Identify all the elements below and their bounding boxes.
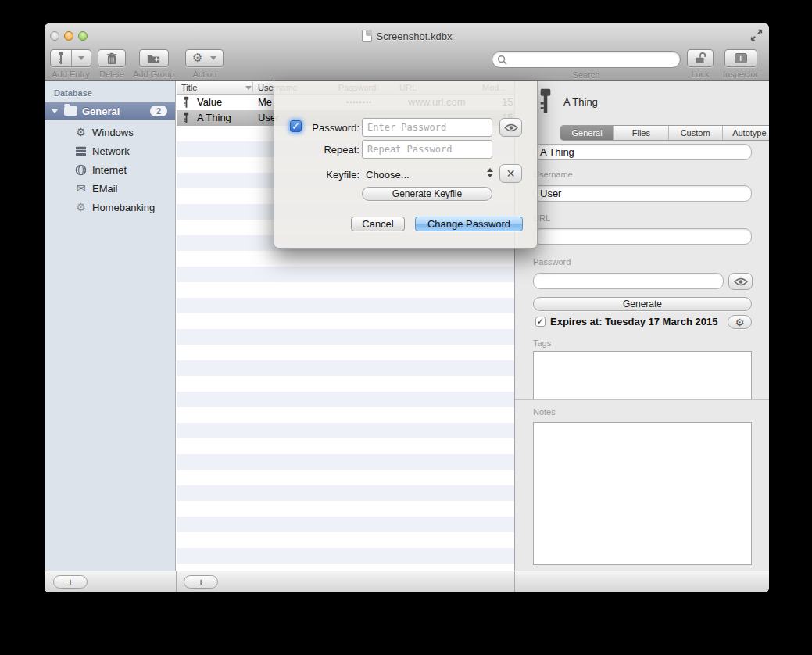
password-field[interactable] bbox=[533, 273, 724, 289]
add-entry-button[interactable] bbox=[50, 49, 91, 67]
window-title: Screenshot.kdbx bbox=[377, 30, 453, 42]
dialog-keyfile-label: Keyfile: bbox=[304, 169, 359, 181]
add-group-label: Add Group bbox=[133, 70, 174, 79]
dialog-repeat-label: Repeat: bbox=[304, 144, 359, 156]
username-field[interactable]: User bbox=[533, 185, 752, 202]
titlebar[interactable]: Screenshot.kdbx bbox=[45, 23, 769, 48]
network-icon bbox=[74, 146, 88, 156]
inspector-panel: A Thing General Files Custom Autotype A … bbox=[515, 81, 769, 571]
reveal-password-button[interactable] bbox=[728, 273, 753, 290]
app-window: Screenshot.kdbx Add Entry Delete bbox=[45, 23, 769, 592]
inspector-button[interactable]: i bbox=[724, 49, 757, 67]
username-label: Username bbox=[533, 170, 573, 179]
inspector-label: Inspector bbox=[723, 70, 758, 79]
sidebar-item-network[interactable]: Network bbox=[45, 141, 175, 160]
notes-input[interactable] bbox=[533, 422, 752, 565]
key-icon bbox=[51, 50, 71, 66]
document-icon bbox=[362, 30, 372, 42]
action-dropdown[interactable] bbox=[209, 50, 223, 66]
sidebar: Database General 2 ⚙ Windows Network bbox=[45, 81, 176, 571]
sort-descending-icon bbox=[245, 86, 252, 90]
dialog-password-label: Password: bbox=[304, 122, 359, 134]
delete-button[interactable] bbox=[98, 49, 126, 67]
search-icon bbox=[497, 55, 507, 65]
folder-plus-icon bbox=[147, 53, 160, 64]
add-group-button[interactable] bbox=[139, 49, 169, 67]
sidebar-group-general[interactable]: General 2 bbox=[45, 102, 175, 120]
reveal-password-button[interactable] bbox=[499, 118, 522, 137]
search-label: Search bbox=[573, 70, 600, 80]
search-input[interactable] bbox=[507, 54, 675, 65]
cell-title: Value bbox=[197, 95, 222, 110]
sidebar-item-homebanking[interactable]: ⚙ Homebanking bbox=[45, 198, 175, 217]
key-icon bbox=[183, 96, 190, 109]
mail-icon: ✉ bbox=[74, 182, 88, 195]
inspector-tabs: General Files Custom Autotype bbox=[560, 125, 769, 141]
key-icon bbox=[183, 112, 190, 124]
expires-checkbox[interactable]: ✓ bbox=[535, 317, 546, 327]
add-group-plus-button[interactable]: + bbox=[53, 575, 88, 589]
eye-icon bbox=[734, 277, 748, 286]
expires-label: Expires at: Tuesday 17 March 2015 bbox=[550, 316, 717, 328]
action-label: Action bbox=[192, 70, 216, 79]
cancel-button[interactable]: Cancel bbox=[351, 217, 405, 231]
add-entry-label: Add Entry bbox=[52, 70, 89, 79]
disclosure-triangle-icon[interactable] bbox=[51, 109, 59, 113]
info-icon: i bbox=[735, 53, 747, 63]
tags-label: Tags bbox=[533, 338, 551, 348]
sidebar-section-header: Database bbox=[54, 88, 92, 98]
tab-autotype[interactable]: Autotype bbox=[723, 126, 769, 140]
tab-general[interactable]: General bbox=[560, 126, 614, 140]
folder-icon bbox=[64, 106, 77, 116]
url-field[interactable] bbox=[533, 228, 752, 245]
lock-button[interactable] bbox=[687, 49, 714, 67]
search-field[interactable] bbox=[492, 51, 681, 68]
tab-custom[interactable]: Custom bbox=[669, 126, 723, 140]
change-password-button[interactable]: Change Password bbox=[415, 217, 523, 231]
sidebar-item-email[interactable]: ✉ EMail bbox=[45, 179, 175, 198]
cell-title: A Thing bbox=[197, 110, 231, 126]
dialog-repeat-input[interactable] bbox=[362, 140, 492, 159]
password-label: Password bbox=[533, 257, 571, 267]
tags-input[interactable] bbox=[533, 351, 752, 399]
bottom-bar: + + bbox=[45, 571, 769, 592]
sidebar-group-label: General bbox=[82, 106, 150, 117]
key-icon bbox=[538, 87, 553, 115]
gear-icon: ⚙ bbox=[186, 50, 209, 66]
gear-icon: ⚙ bbox=[74, 201, 88, 213]
trash-icon bbox=[106, 52, 117, 65]
generate-keyfile-button[interactable]: Generate Keyfile bbox=[362, 187, 492, 201]
clear-keyfile-button[interactable]: ✕ bbox=[499, 164, 522, 183]
keyfile-popup[interactable]: Choose... bbox=[366, 169, 410, 181]
change-password-dialog: ✓ Password: Repeat: Keyfile: Choose... ✕… bbox=[274, 81, 538, 249]
generate-password-button[interactable]: Generate bbox=[533, 297, 752, 311]
title-field[interactable]: A Thing bbox=[533, 144, 752, 160]
inspector-entry-title: A Thing bbox=[563, 96, 598, 108]
dialog-password-input[interactable] bbox=[362, 118, 492, 137]
popup-stepper-icon[interactable] bbox=[487, 168, 493, 177]
tab-files[interactable]: Files bbox=[614, 126, 668, 140]
action-button[interactable]: ⚙ bbox=[185, 49, 224, 67]
sidebar-item-windows[interactable]: ⚙ Windows bbox=[45, 123, 175, 141]
entry-count-badge: 2 bbox=[150, 106, 167, 116]
notes-label: Notes bbox=[533, 407, 556, 417]
cell-username: Me bbox=[258, 95, 272, 110]
toolbar: Add Entry Delete Add Group ⚙ Action bbox=[45, 48, 769, 81]
lock-label: Lock bbox=[691, 70, 709, 79]
add-entry-dropdown[interactable] bbox=[72, 50, 91, 66]
expires-options-button[interactable]: ⚙ bbox=[728, 315, 752, 329]
column-header-title[interactable]: Title bbox=[181, 81, 197, 95]
globe-icon bbox=[74, 164, 88, 176]
gear-icon: ⚙ bbox=[735, 317, 745, 328]
lock-open-icon bbox=[694, 52, 706, 65]
eye-icon bbox=[504, 123, 518, 132]
close-icon: ✕ bbox=[506, 167, 516, 180]
fullscreen-icon[interactable] bbox=[750, 29, 763, 41]
gear-icon: ⚙ bbox=[74, 126, 88, 138]
sidebar-item-internet[interactable]: Internet bbox=[45, 160, 175, 179]
delete-label: Delete bbox=[99, 70, 124, 79]
add-entry-plus-button[interactable]: + bbox=[184, 575, 218, 589]
password-checkbox[interactable]: ✓ bbox=[290, 120, 302, 132]
